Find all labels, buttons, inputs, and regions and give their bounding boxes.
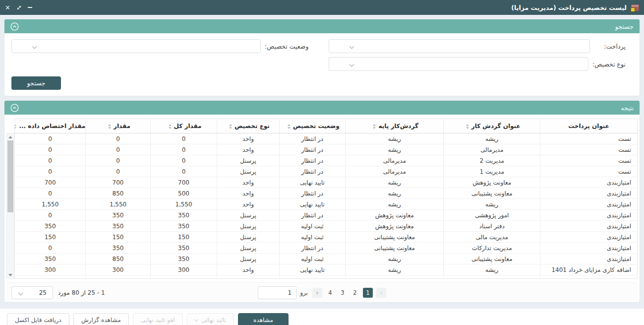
table-cell: در انتظار xyxy=(279,166,345,177)
minimize-icon[interactable] xyxy=(28,7,32,8)
page-button[interactable]: 1 xyxy=(363,288,373,298)
pager: › 1234 ‹ برو xyxy=(258,286,386,299)
table-cell: ریشه xyxy=(345,177,443,188)
table-cell: 0 xyxy=(86,155,151,166)
table-cell: تایید نهایی xyxy=(279,199,345,210)
page-button[interactable]: 4 xyxy=(326,288,335,298)
table-row[interactable]: امتیازبندیدفتر اسنادمعاونت پژوهشثبت اولی… xyxy=(15,221,638,232)
window-title: لیست تخصیص پرداخت (مدیریت مزایا) xyxy=(511,4,627,11)
goto-page-input[interactable] xyxy=(258,286,296,299)
column-header[interactable]: مقدار کل xyxy=(150,119,217,133)
table-row[interactable]: تستریشهریشهدر انتظارواحد000 xyxy=(15,133,638,144)
pagination-left-arrow[interactable]: ‹ xyxy=(312,288,322,298)
cancel-final-approve-button: لغو تایید نهایی xyxy=(133,313,183,325)
table-row[interactable]: امتیازبندیریشهریشهتایید نهاییواحد1,5501,… xyxy=(15,199,638,210)
allocation-type-field: نوع تخصیص: xyxy=(329,57,633,71)
action-bar: مشاهده تائید نهائی لغو تایید نهایی مشاهد… xyxy=(0,309,644,325)
page-size-select[interactable]: 25 xyxy=(11,286,53,299)
table-cell: 350 xyxy=(150,221,217,232)
table-row[interactable]: امتیازبندیمدیریت مالیمعاونت پشتیبانیثبت … xyxy=(15,232,638,243)
table-body: تستریشهریشهدر انتظارواحد000تستمدیرمالیری… xyxy=(15,133,638,279)
table-row[interactable]: تستمدیریت 1مدیرمالیدر انتظارپرسنل000 xyxy=(15,166,638,177)
page-size-value: 25 xyxy=(39,289,47,296)
table-cell: 0 xyxy=(15,210,86,221)
allocation-status-label: وضعیت تخصیص: xyxy=(261,43,315,50)
table-cell: امتیازبندی xyxy=(540,243,638,254)
table-cell: در انتظار xyxy=(279,210,345,221)
table-row[interactable]: امتیازبندیمعاونت پشتیبانیریشهثبت اولیهپر… xyxy=(15,254,638,264)
table-cell: 500 xyxy=(150,188,217,199)
chevron-down-icon xyxy=(349,62,354,67)
table-cell: پرسنل xyxy=(217,155,280,166)
table-cell: 300 xyxy=(86,264,151,275)
column-header[interactable]: عنوان گردش کار xyxy=(444,119,540,133)
column-header[interactable]: وضعیت تخصیص xyxy=(279,119,345,133)
table-cell: ریشه xyxy=(345,264,443,275)
table-cell: ریشه xyxy=(444,133,540,144)
close-icon[interactable]: ✕ xyxy=(5,4,10,11)
app-icon xyxy=(631,4,639,11)
column-header[interactable]: مقدار اختصاص داده ... xyxy=(15,119,86,133)
page-button[interactable]: 3 xyxy=(338,288,347,298)
allocation-status-field: وضعیت تخصیص: xyxy=(11,39,316,53)
column-header[interactable]: نوع تخصیص xyxy=(217,119,280,133)
view-report-button[interactable]: مشاهده گزارش xyxy=(73,313,129,325)
allocation-status-select[interactable] xyxy=(11,39,261,53)
table-cell: 0 xyxy=(150,155,217,166)
page-button[interactable]: 2 xyxy=(351,288,359,298)
allocation-type-select[interactable] xyxy=(329,57,588,71)
scrollbar-thumb[interactable] xyxy=(7,140,13,212)
table-cell: امتیازبندی xyxy=(540,232,638,243)
table-cell: 0 xyxy=(86,166,151,177)
page-buttons: 1234 xyxy=(326,288,373,298)
table-header-row: عنوان پرداختعنوان گردش کارگردش‌کار پایهو… xyxy=(15,119,638,133)
table-row[interactable]: اضافه کاری مزایای خرداد 1401ریشهریشهتایی… xyxy=(15,264,638,275)
table-cell: مدیریت 2 xyxy=(444,155,540,166)
payment-field: پرداخت: xyxy=(329,39,633,53)
table-cell: معاونت پشتیبانی xyxy=(345,232,443,243)
search-button[interactable]: جستجو xyxy=(11,76,61,90)
table-cell: 0 xyxy=(15,243,86,254)
chevron-down-icon xyxy=(32,44,37,49)
table-row[interactable]: امتیازبندیمعاونت پشتیبانیریشهدر انتظاروا… xyxy=(15,188,638,199)
table-row[interactable]: تستمدیرمالیریشهدر انتظارواحد000 xyxy=(15,144,638,155)
table-cell: مدیرمالی xyxy=(444,144,540,155)
column-header[interactable]: مقدار xyxy=(86,119,151,133)
table-cell: 1,550 xyxy=(15,199,86,210)
table-row[interactable]: امتیازبندیمعاونت پژوهشریشهتایید نهاییواح… xyxy=(15,177,638,188)
view-button[interactable]: مشاهده xyxy=(238,313,289,325)
table-cell: ثبت اولیه xyxy=(279,232,345,243)
table-row[interactable]: تستمدیریت 2مدیرمالیدر انتظارپرسنل000 xyxy=(15,155,638,166)
table-cell: 350 xyxy=(86,243,151,254)
export-excel-button[interactable]: دریافت فایل اکسل xyxy=(7,313,69,325)
table-cell: اضافه کاری مزایای خرداد 1401 xyxy=(540,264,638,275)
maximize-icon[interactable] xyxy=(16,5,22,10)
scroll-up-icon[interactable] xyxy=(7,134,14,140)
sort-icon xyxy=(373,124,376,129)
table-cell: پرسنل xyxy=(217,232,280,243)
table-cell: دفتر اسناد xyxy=(444,221,540,232)
column-header: عنوان پرداخت xyxy=(540,119,638,133)
table-cell: 0 xyxy=(150,133,217,144)
table-cell: 850 xyxy=(86,188,151,199)
table-cell: معاونت پژوهش xyxy=(444,177,540,188)
vertical-scrollbar xyxy=(6,119,14,279)
table-cell: مدیریت مالی xyxy=(444,232,540,243)
collapse-icon[interactable] xyxy=(10,104,19,112)
column-header[interactable]: گردش‌کار پایه xyxy=(345,119,443,133)
table-cell: امتیازبندی xyxy=(540,188,638,199)
table-cell: امتیازبندی xyxy=(540,199,638,210)
payment-select[interactable] xyxy=(329,39,590,53)
table-cell: معاونت پشتیبانی xyxy=(444,188,540,199)
table-cell: ریشه xyxy=(444,264,540,275)
chevron-down-icon xyxy=(18,290,23,295)
table-row[interactable]: امتیازبندیامور پژوهشیمعاونت پژوهشدر انتظ… xyxy=(15,210,638,221)
table-cell: 0 xyxy=(15,188,86,199)
goto-page-label: برو xyxy=(300,289,308,296)
scrollbar-track[interactable] xyxy=(6,133,14,279)
collapse-icon[interactable] xyxy=(10,22,19,31)
table-cell: 350 xyxy=(150,254,217,264)
scroll-down-icon[interactable] xyxy=(7,272,14,278)
table-row[interactable]: امتیازبندیمدیریت تدارکاتمعاونت پشتیبانید… xyxy=(15,243,638,254)
sort-icon xyxy=(466,124,469,129)
